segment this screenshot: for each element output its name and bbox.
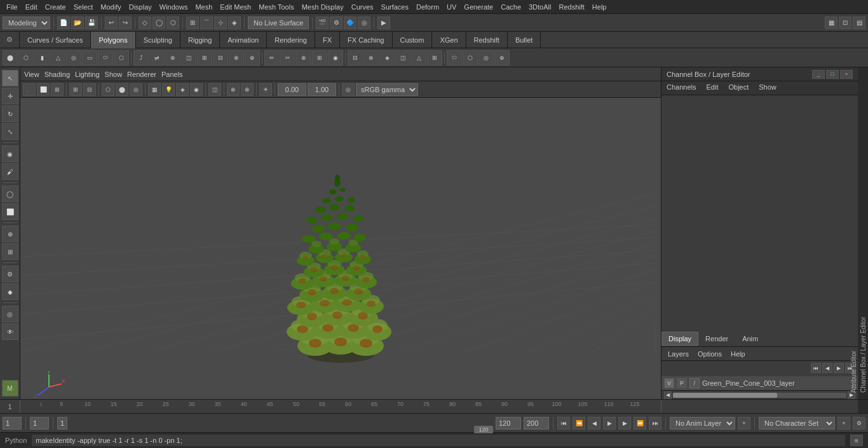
channels-tab[interactable]: Channels (661, 81, 701, 95)
menu-windows[interactable]: Windows (156, 2, 192, 12)
paint-sel-btn[interactable]: 🖌 (2, 163, 18, 180)
open-btn[interactable]: 📂 (71, 17, 84, 29)
vp-grid-btn[interactable]: ⊞ (69, 83, 82, 96)
lasso-btn[interactable]: ◯ (153, 17, 165, 29)
mirror-icon[interactable]: ⊟ (348, 50, 363, 65)
cube-icon[interactable]: ⬡ (18, 50, 34, 65)
tab-sculpting[interactable]: Sculpting (136, 32, 180, 48)
platonic-icon[interactable]: ⬡ (114, 50, 129, 65)
command-feedback-btn[interactable]: ≡ (850, 435, 863, 446)
split-icon[interactable]: ⊗ (229, 50, 244, 65)
timeline-ruler[interactable]: 1510152025303540455055606570758085909510… (41, 400, 661, 413)
menu-mesh[interactable]: Mesh (191, 2, 216, 12)
vp-aa-btn[interactable]: ◫ (208, 83, 221, 96)
save-btn[interactable]: 💾 (85, 17, 98, 29)
pen-icon[interactable]: ✏ (264, 50, 280, 65)
menu-file[interactable]: File (3, 2, 22, 12)
tab-redshift[interactable]: Redshift (466, 32, 508, 48)
bridge-icon[interactable]: ⇌ (149, 50, 165, 65)
render-btn[interactable]: 🎬 (316, 17, 329, 29)
layout-btn1[interactable]: ▦ (825, 17, 837, 29)
extrude-icon[interactable]: ⤴ (133, 50, 149, 65)
tab-fx-caching[interactable]: FX Caching (340, 32, 392, 48)
insert-icon[interactable]: ⊕ (245, 50, 260, 65)
triangulate-icon[interactable]: △ (411, 50, 426, 65)
menu-3dto[interactable]: 3DtoAll (525, 2, 555, 12)
vp-scale-input[interactable] (308, 83, 336, 96)
plane-icon[interactable]: ▭ (82, 50, 97, 65)
tab-curves-surfaces[interactable]: Curves / Surfaces (20, 32, 91, 48)
character-set-btn2[interactable]: ⚙ (853, 417, 865, 430)
scroll-left-btn[interactable]: ◀ (664, 391, 672, 399)
render-view-btn[interactable]: ◎ (358, 17, 370, 29)
workspace-select[interactable]: Modeling (3, 17, 50, 29)
fill-icon[interactable]: ⊟ (213, 50, 228, 65)
playback-prev-btn[interactable]: ⏪ (573, 417, 585, 430)
redo-btn[interactable]: ↪ (119, 17, 132, 29)
playback-next-btn[interactable]: ⏩ (634, 417, 646, 430)
max-frame-input[interactable] (524, 417, 549, 430)
snap-btn[interactable]: ⊞ (2, 243, 18, 260)
layer-nav-first[interactable]: ⏮ (811, 363, 821, 373)
rect-sel-btn[interactable]: ⬜ (2, 203, 18, 220)
render-tab[interactable]: Render (698, 332, 735, 346)
menu-create[interactable]: Create (41, 2, 70, 12)
rotate-tool-btn[interactable]: ↻ (2, 105, 18, 122)
playback-end-btn[interactable]: ⏭ (649, 417, 661, 430)
cone-icon[interactable]: △ (50, 50, 65, 65)
boolean-icon[interactable]: ⊗ (363, 50, 379, 65)
scroll-track[interactable] (673, 393, 846, 398)
viewport-canvas[interactable]: persp X Y Z (20, 98, 661, 399)
character-set-btn1[interactable]: + (837, 417, 850, 430)
current-frame-input[interactable] (3, 417, 22, 430)
scale-tool-btn[interactable]: ⤡ (2, 123, 18, 140)
command-line[interactable]: makeIdentity -apply true -t 1 -r 1 -s 1 … (32, 435, 845, 446)
torus-icon[interactable]: ◎ (66, 50, 81, 65)
tab-bullet[interactable]: Bullet (508, 32, 541, 48)
connect-icon[interactable]: ⊞ (197, 50, 212, 65)
reduce-icon[interactable]: ⊕ (494, 50, 510, 65)
range-end-input[interactable] (496, 417, 521, 430)
snap-curve-btn[interactable]: ⌒ (200, 17, 213, 29)
menu-uv[interactable]: UV (443, 2, 460, 12)
combine-icon[interactable]: ◈ (379, 50, 395, 65)
vp-panels-menu[interactable]: Panels (161, 71, 183, 78)
menu-edit[interactable]: Edit (22, 2, 41, 12)
quad-draw-icon[interactable]: ⊞ (427, 50, 442, 65)
snap-point-btn[interactable]: ⊹ (214, 17, 227, 29)
vp-shading-menu[interactable]: Shading (44, 71, 70, 78)
layout-btn2[interactable]: ⊡ (839, 17, 851, 29)
retopo-icon[interactable]: ◎ (478, 50, 494, 65)
menu-edit-mesh[interactable]: Edit Mesh (216, 2, 255, 12)
vp-xray-btn[interactable]: ⊕ (227, 83, 240, 96)
new-scene-btn[interactable]: 📄 (57, 17, 70, 29)
tab-xgen[interactable]: XGen (432, 32, 466, 48)
vp-resolution-btn[interactable]: ⊞ (51, 83, 64, 96)
undo-btn[interactable]: ↩ (105, 17, 118, 29)
select-btn[interactable]: ◇ (139, 17, 151, 29)
menu-modify[interactable]: Modify (97, 2, 125, 12)
anim-tab[interactable]: Anim (735, 332, 765, 346)
options-menu[interactable]: Options (694, 349, 726, 359)
menu-mesh-tools[interactable]: Mesh Tools (255, 2, 297, 12)
tab-settings-icon[interactable]: ⚙ (0, 32, 20, 48)
snap-surface-btn[interactable]: ◈ (228, 17, 241, 29)
sub-frame-input[interactable] (57, 417, 67, 430)
menu-select[interactable]: Select (70, 2, 97, 12)
hypershade-btn[interactable]: 🔷 (344, 17, 356, 29)
vp-smooth-btn[interactable]: ⬤ (116, 83, 128, 96)
vp-color-space-icon[interactable]: ◎ (342, 83, 355, 96)
select-tool-btn[interactable]: ↖ (2, 70, 18, 86)
paint-btn[interactable]: ⬡ (166, 17, 179, 29)
layer-nav-prev[interactable]: ◀ (822, 363, 832, 373)
vp-color-space-select[interactable]: sRGB gamma (356, 83, 418, 96)
show-hide-btn[interactable]: 👁 (2, 323, 18, 340)
vp-xray2-btn[interactable]: ⊗ (241, 83, 254, 96)
snap-grid-btn[interactable]: ⊞ (186, 17, 199, 29)
layer-visibility-toggle[interactable]: V (664, 378, 674, 388)
render-settings-btn[interactable]: ⚙ (330, 17, 342, 29)
vp-smooth2-btn[interactable]: ◎ (130, 83, 142, 96)
vp-ao-btn[interactable]: ◉ (190, 83, 203, 96)
separate-icon[interactable]: ◫ (395, 50, 410, 65)
keyframe-btn[interactable]: ◆ (2, 283, 18, 300)
